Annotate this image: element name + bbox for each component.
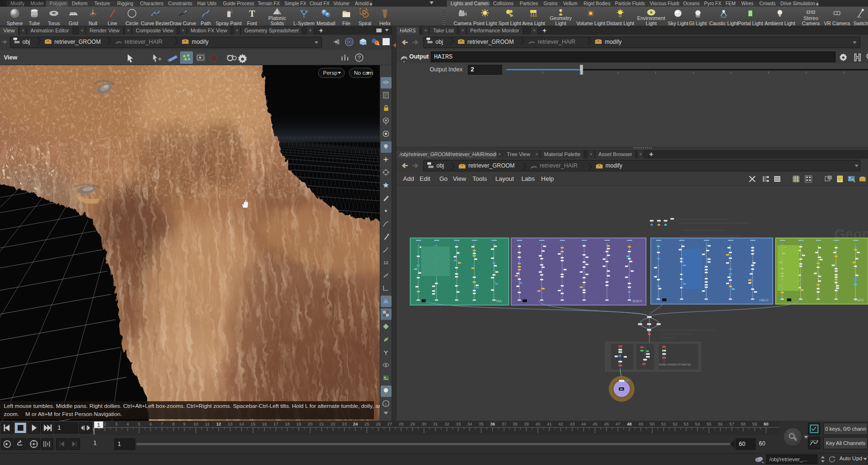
svg-text:57: 57 bbox=[729, 422, 734, 426]
svg-text:12: 12 bbox=[384, 260, 388, 265]
svg-text:8: 8 bbox=[172, 422, 174, 426]
svg-text:30: 30 bbox=[422, 422, 426, 426]
svg-text:14: 14 bbox=[239, 422, 244, 426]
svg-text:2: 2 bbox=[103, 422, 106, 426]
svg-text:EARS: EARS bbox=[855, 298, 864, 302]
svg-text:45: 45 bbox=[593, 422, 597, 426]
svg-text:11: 11 bbox=[205, 422, 209, 426]
svg-text:i: i bbox=[385, 402, 387, 406]
svg-text:16: 16 bbox=[262, 422, 267, 426]
svg-text:53: 53 bbox=[684, 422, 688, 426]
svg-text:25: 25 bbox=[364, 422, 369, 426]
svg-text:13: 13 bbox=[228, 422, 232, 426]
svg-text:ADDED, SHADING ATTRIBUTES: ADDED, SHADING ATTRIBUTES bbox=[659, 364, 691, 366]
svg-text:TAIL: TAIL bbox=[495, 299, 502, 303]
svg-text:27: 27 bbox=[387, 422, 392, 426]
svg-text:21: 21 bbox=[319, 422, 324, 426]
svg-text:33: 33 bbox=[456, 422, 461, 426]
svg-text:6: 6 bbox=[149, 422, 151, 426]
svg-text:58: 58 bbox=[741, 422, 746, 426]
svg-text:50: 50 bbox=[650, 422, 655, 426]
svg-text:23: 23 bbox=[342, 422, 347, 426]
svg-text:44: 44 bbox=[581, 422, 586, 426]
svg-text:51: 51 bbox=[661, 422, 666, 426]
svg-text:Persp: Persp bbox=[323, 70, 337, 76]
svg-text:46: 46 bbox=[604, 422, 609, 426]
svg-text:BODY: BODY bbox=[633, 299, 642, 303]
svg-text:22: 22 bbox=[331, 422, 335, 426]
svg-text:T: T bbox=[249, 9, 255, 19]
svg-text:3: 3 bbox=[115, 422, 117, 426]
svg-text:24: 24 bbox=[353, 422, 358, 426]
svg-text:40: 40 bbox=[535, 422, 540, 426]
svg-text:?: ? bbox=[358, 55, 361, 60]
svg-text:+: + bbox=[853, 179, 856, 183]
svg-text:HALO: HALO bbox=[759, 298, 769, 302]
svg-text:47: 47 bbox=[616, 422, 620, 426]
svg-text:Left mouse tumbles. Middle pan: Left mouse tumbles. Middle pans. Right d… bbox=[4, 403, 380, 409]
svg-text:38: 38 bbox=[513, 422, 517, 426]
svg-text:48: 48 bbox=[627, 422, 632, 426]
svg-text:56: 56 bbox=[718, 422, 723, 426]
svg-text:No cam: No cam bbox=[354, 70, 373, 76]
svg-text:15: 15 bbox=[251, 422, 255, 426]
svg-text:26: 26 bbox=[376, 422, 381, 426]
svg-text:20: 20 bbox=[308, 422, 313, 426]
svg-text:49: 49 bbox=[638, 422, 643, 426]
svg-text:7: 7 bbox=[161, 422, 163, 426]
svg-text:12: 12 bbox=[216, 422, 221, 426]
svg-text:36: 36 bbox=[490, 422, 495, 426]
svg-text:34: 34 bbox=[467, 422, 472, 426]
svg-text:zoom. M or Alt+M for First: zoom. M or Alt+M for First Person Naviga… bbox=[4, 411, 122, 417]
svg-text:41: 41 bbox=[547, 422, 552, 426]
svg-text:9: 9 bbox=[183, 422, 185, 426]
svg-text:32: 32 bbox=[444, 422, 449, 426]
svg-text:17: 17 bbox=[273, 422, 278, 426]
svg-text:52: 52 bbox=[673, 422, 677, 426]
svg-text:4: 4 bbox=[126, 422, 129, 426]
svg-text:29: 29 bbox=[410, 422, 415, 426]
svg-text:42: 42 bbox=[558, 422, 563, 426]
svg-text:59: 59 bbox=[752, 422, 757, 426]
svg-text:43: 43 bbox=[570, 422, 575, 426]
svg-text:35: 35 bbox=[479, 422, 484, 426]
svg-text:31: 31 bbox=[433, 422, 438, 426]
svg-text:60: 60 bbox=[764, 422, 768, 426]
svg-text:19: 19 bbox=[296, 422, 301, 426]
svg-text:28: 28 bbox=[399, 422, 404, 426]
svg-text:55: 55 bbox=[707, 422, 711, 426]
svg-text:37: 37 bbox=[502, 422, 506, 426]
svg-text:39: 39 bbox=[524, 422, 529, 426]
svg-text:54: 54 bbox=[695, 422, 700, 426]
svg-text:18: 18 bbox=[285, 422, 290, 426]
svg-text:5: 5 bbox=[138, 422, 140, 426]
svg-text:10: 10 bbox=[193, 422, 198, 426]
